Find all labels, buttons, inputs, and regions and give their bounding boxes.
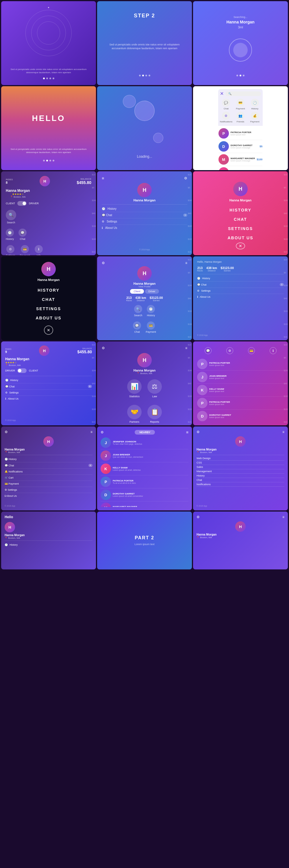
hamburger-top-icon[interactable]: ≡ xyxy=(185,261,187,265)
notifications-icon-btn[interactable]: ⚙ Notifications xyxy=(220,112,232,123)
settings-top-icon[interactable]: ⚙ xyxy=(102,261,105,265)
r5c3-contact-5[interactable]: D DOROTHY GARRET lorem ipsum text xyxy=(197,410,284,421)
r6c1-payment[interactable]: 💳 Payment xyxy=(5,481,93,487)
partners-btn[interactable]: 🤝 Partners xyxy=(127,405,142,423)
r7c3-settings[interactable]: ⚙ xyxy=(196,515,200,519)
nearby-c2[interactable]: J JOAN BREWER Que am deles et mun, eleme… xyxy=(101,450,188,462)
r5c3-contact-1[interactable]: P PATRICIA PORTER lorem ipsum text xyxy=(197,358,284,371)
profile-search-btn[interactable]: 🔍 Search xyxy=(134,305,142,317)
dark-close-btn[interactable]: ✕ xyxy=(44,326,53,335)
r5c3-settings-icon[interactable]: ⚙ xyxy=(226,347,233,354)
history-btn[interactable]: 🕐 History xyxy=(6,228,14,241)
payment2-icon-btn[interactable]: 💰 Payment xyxy=(249,112,261,123)
r5c2-settings-icon[interactable]: ⚙ xyxy=(102,346,105,350)
payment-icon-btn[interactable]: 💳 Payment xyxy=(234,99,247,110)
profile-chat-btn[interactable]: 💬 Chat xyxy=(133,321,141,333)
contact-row-2[interactable]: D DOROTHY GARRET lorem ipsum message $5 xyxy=(218,140,262,153)
r5c3-contact-2[interactable]: J JOAN BREWER lorem ipsum text xyxy=(197,371,284,384)
contact-row-1[interactable]: P PATRICIA PORTER lorem ipsum text xyxy=(218,127,262,140)
r6c2-hamburger[interactable]: ≡ xyxy=(186,430,188,435)
r6c3-settings[interactable]: ⚙ xyxy=(196,430,200,434)
statistics-btn[interactable]: 📊 Statistics xyxy=(127,379,142,398)
r6c1-avatar[interactable]: H xyxy=(43,436,54,447)
big-menu-chat[interactable]: CHAT xyxy=(199,215,282,224)
reports-btn[interactable]: 📋 Reports xyxy=(147,405,162,423)
close-btn[interactable]: ✕ xyxy=(220,91,224,96)
menu-settings[interactable]: ⚙ Settings xyxy=(102,218,187,225)
info-btn[interactable]: ℹ Info xyxy=(35,245,43,255)
profile-avatar[interactable]: H xyxy=(137,266,152,281)
r7c1-history-menu[interactable]: 🕐 History xyxy=(5,542,93,548)
r6c1-settings[interactable]: ⚙ xyxy=(5,430,8,434)
search-bar[interactable]: 🔍 xyxy=(225,91,261,96)
contact-row-3[interactable]: M MARGARET WAGNER lorem ipsum message $1… xyxy=(218,153,262,166)
nearby-c6[interactable]: M MARGARET WAGNER Maulitt totam id et ul… xyxy=(101,501,188,507)
law-btn[interactable]: ⚖ Law xyxy=(147,379,162,398)
r5c3-menu-icon[interactable]: 💬 xyxy=(205,347,212,354)
skill-webdesign[interactable]: Web Design xyxy=(196,456,284,461)
r6c1-notifications[interactable]: 🔔 Notifications xyxy=(5,469,93,475)
hamburger-icon[interactable]: ≡ xyxy=(102,176,104,181)
big-menu-settings[interactable]: SETTINGS xyxy=(199,224,282,233)
dark-menu-chat[interactable]: CHAT xyxy=(6,295,91,304)
nearby-c4[interactable]: P PATRICIA PORTER Tu at ut ut olit et in… xyxy=(101,475,188,488)
r5c2-hamburger-icon[interactable]: ≡ xyxy=(185,346,187,350)
menu-about[interactable]: ℹ About Us xyxy=(102,225,187,231)
chat-icon-btn[interactable]: 💬 Chat xyxy=(220,99,232,110)
r5c2-avatar[interactable]: H xyxy=(137,353,152,368)
skill-chat[interactable]: Chat xyxy=(196,478,284,482)
user-avatar[interactable]: H xyxy=(40,176,50,186)
skill-management[interactable]: Management xyxy=(196,469,284,474)
r6c1-hamburger[interactable]: ≡ xyxy=(91,430,93,434)
r5c3-contact-3[interactable]: K KELLY SHAW lorem ipsum text xyxy=(197,384,284,397)
menu-history-2[interactable]: 🕐 History xyxy=(197,275,284,281)
r7c3-hamburger[interactable]: ≡ xyxy=(282,515,284,519)
dark-menu-about[interactable]: ABOUT US xyxy=(6,313,91,322)
r6c1-settings-menu[interactable]: ⚙ Settings xyxy=(5,487,93,493)
r5c3-info-icon[interactable]: ℹ xyxy=(269,347,277,354)
dark-menu-history[interactable]: HISTORY xyxy=(6,286,91,295)
r6c1-about[interactable]: ℹ About Us xyxy=(5,493,93,499)
view-profile-link[interactable]: View Profile xyxy=(138,285,151,288)
r5c1-settings[interactable]: ⚙ Settings xyxy=(5,390,92,396)
settings-btn[interactable]: ⚙ Settings xyxy=(6,245,15,255)
skill-history[interactable]: History xyxy=(196,474,284,478)
r6c2-settings[interactable]: ⚙ xyxy=(101,430,104,434)
skill-css[interactable]: CSS xyxy=(196,461,284,465)
client-btn[interactable]: Client xyxy=(130,289,144,294)
driver-btn[interactable]: Driver xyxy=(145,289,159,294)
r7c3-avatar[interactable]: H xyxy=(235,521,246,532)
menu-settings-2[interactable]: ⚙ Settings xyxy=(197,288,284,294)
big-menu-about[interactable]: ABOUT US xyxy=(199,233,282,243)
nearby-c1[interactable]: J JENNIFER JOHNSON Tu tam vitae front pa… xyxy=(101,436,188,450)
r5c1-history[interactable]: 🕐 History xyxy=(5,377,92,383)
r6c3-hamburger[interactable]: ≡ xyxy=(282,430,284,434)
profile-payment-btn[interactable]: 💳 Payment xyxy=(146,321,156,333)
chat-btn[interactable]: 💬 Chat xyxy=(19,228,27,241)
big-menu-history[interactable]: HISTORY xyxy=(199,206,282,215)
payment-btn[interactable]: 💳 Payment xyxy=(20,245,30,255)
close-btn[interactable]: ✕ xyxy=(236,243,245,249)
r5c3-payment-icon[interactable]: 💳 xyxy=(248,347,255,354)
r5c1-toggle[interactable]: DRIVER CLIENT xyxy=(5,368,38,373)
history-icon-btn[interactable]: 🕐 History xyxy=(249,99,261,110)
dark-menu-settings[interactable]: SETTINGS xyxy=(6,304,91,313)
r7c1-avatar[interactable]: H xyxy=(5,522,15,532)
menu-history[interactable]: 🕐 History xyxy=(102,206,187,212)
r5c1-chat[interactable]: 💬 Chat 8 xyxy=(5,383,92,390)
skill-sales[interactable]: Sales xyxy=(196,465,284,469)
r5c1-about[interactable]: ℹ About Us xyxy=(5,396,92,402)
skill-notifications[interactable]: Notifications xyxy=(196,482,284,487)
menu-chat-2[interactable]: 💬 Chat 3 xyxy=(197,281,284,288)
friends-icon-btn[interactable]: 👥 Friends xyxy=(234,112,247,123)
r5c1-avatar[interactable]: H xyxy=(39,345,49,356)
settings-icon[interactable]: ⚙ xyxy=(184,176,187,180)
r6c3-avatar[interactable]: H xyxy=(235,436,246,447)
r5c3-contact-4[interactable]: P PATRICIA PORTER lorem ipsum text xyxy=(197,397,284,410)
menu-about-2[interactable]: ℹ About Us xyxy=(197,294,284,300)
search-btn[interactable]: 🔍 Search xyxy=(6,210,16,224)
role-toggle[interactable]: CLIENT DRIVER xyxy=(6,201,39,206)
r6c1-history[interactable]: 🕐 History xyxy=(5,456,93,462)
nearby-c3[interactable]: K KELLY SHAW Lorem ipsum sit amet, delec… xyxy=(101,462,188,475)
profile-history-btn[interactable]: 🕐 History xyxy=(147,305,155,317)
